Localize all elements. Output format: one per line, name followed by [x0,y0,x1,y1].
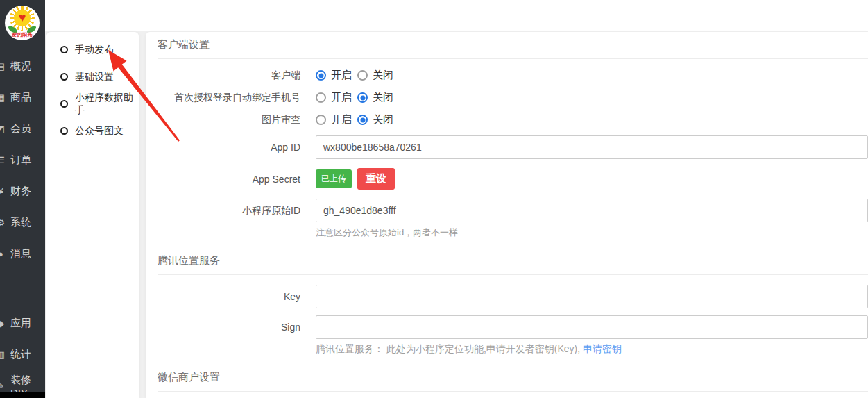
submenu-item-label: 公众号图文 [75,125,124,138]
sidebar-item-label: 订单 [10,154,31,167]
radio-selected-icon[interactable] [316,70,326,81]
system-icon: ⚙ [0,217,6,228]
members-icon: ◩ [0,124,6,134]
sidebar-item-label: 财务 [10,185,31,198]
radio-option-on[interactable]: 开启 [316,91,352,104]
sidebar-item-apps[interactable]: ◆ 应用 [0,308,45,339]
sidebar-bottom-strip [0,392,45,398]
brand-name: 爱的阳光 [5,31,40,38]
sidebar-item-label: 会员 [10,122,31,135]
sidebar-item-label: 应用 [10,317,31,330]
sidebar-nav: ▤ 概况 ▦ 商品 ◩ 会员 ☰ 订单 ¥ 财务 ⚙ 系统 ● 消息 ◆ [0,51,45,398]
main-sidebar: 爱的阳光 ▤ 概况 ▦ 商品 ◩ 会员 ☰ 订单 ¥ 财务 ⚙ 系统 ● 消息 [0,0,45,398]
field-label: Key [146,291,300,302]
form-row-image-review: 图片审查 开启 关闭 [146,113,868,126]
submenu-item-basic-settings[interactable]: 基础设置 [46,63,139,90]
field-label: App Secret [146,174,300,185]
sidebar-item-stats[interactable]: ▥ 统计 [0,339,45,370]
radio-group-image-review: 开启 关闭 [316,113,868,126]
radio-option-on[interactable]: 开启 [316,69,352,82]
field-label: Sign [146,315,300,333]
submenu-item-label: 基础设置 [75,71,114,83]
sidebar-item-system[interactable]: ⚙ 系统 [0,207,45,238]
section-title-client-settings: 客户端设置 [158,32,868,59]
sign-input[interactable] [316,315,868,339]
radio-group-first-auth: 开启 关闭 [316,91,868,104]
circle-icon [60,46,68,53]
form-row-app-id: App ID [146,135,868,159]
circle-icon [60,127,68,135]
app-id-input[interactable] [316,135,868,159]
field-label: 图片审查 [146,114,300,126]
submenu-item-manual-publish[interactable]: 手动发布 [46,36,139,63]
submenu-item-miniprogram-data-assistant[interactable]: 小程序数据助手 [46,90,139,117]
original-id-note: 注意区分公众号原始id，两者不一样 [316,226,868,239]
settings-content: 客户端设置 客户端 开启 关闭 首次授权登录自动绑定手机号 开启 [146,32,868,398]
radio-unselected-icon[interactable] [316,92,326,103]
decorate-icon: ✎ [0,381,6,391]
submenu-item-label: 手动发布 [75,44,114,56]
submenu-item-label: 小程序数据助手 [75,92,139,117]
uploaded-badge-button[interactable]: 已上传 [316,169,352,188]
sidebar-item-label: 统计 [10,348,31,361]
radio-unselected-icon[interactable] [316,115,326,125]
radio-option-label: 关闭 [373,113,393,126]
section-title-location-service: 腾讯位置服务 [158,248,868,275]
field-label: 客户端 [146,69,300,82]
messages-icon: ● [0,249,6,259]
form-row-sign: Sign 腾讯位置服务： 此处为小程序定位功能,申请开发者密钥(Key), 申请… [146,315,868,356]
top-bar [45,0,868,31]
app-id-control [316,135,868,159]
form-row-client: 客户端 开启 关闭 [146,69,868,82]
form-row-original-id: 小程序原始ID 注意区分公众号原始id，两者不一样 [146,199,868,239]
form-row-first-auth-bind-phone: 首次授权登录自动绑定手机号 开启 关闭 [146,91,868,104]
sidebar-item-finance[interactable]: ¥ 财务 [0,176,45,207]
radio-group-client: 开启 关闭 [316,69,868,82]
apply-key-link[interactable]: 申请密钥 [583,343,622,354]
section-title-merchant-settings: 微信商户设置 [158,365,868,392]
radio-selected-icon[interactable] [357,115,368,125]
circle-icon [60,100,68,108]
sidebar-item-members[interactable]: ◩ 会员 [0,113,45,144]
sidebar-item-goods[interactable]: ▦ 商品 [0,82,45,113]
radio-selected-icon[interactable] [357,92,368,103]
sidebar-item-overview[interactable]: ▤ 概况 [0,51,45,82]
submenu-item-official-account-articles[interactable]: 公众号图文 [46,117,139,144]
sidebar-item-label: 商品 [10,91,31,104]
form-row-key: Key [146,285,868,308]
sidebar-item-label: 系统 [10,216,31,229]
help-text: 腾讯位置服务： 此处为小程序定位功能,申请开发者密钥(Key), [316,343,583,354]
radio-option-off[interactable]: 关闭 [357,69,393,82]
radio-unselected-icon[interactable] [357,70,368,81]
key-control [316,285,868,308]
radio-option-label: 开启 [331,91,352,104]
original-id-input[interactable] [316,199,868,222]
field-label: 小程序原始ID [146,199,300,217]
finance-icon: ¥ [0,186,6,197]
stats-icon: ▥ [0,349,6,360]
radio-option-label: 关闭 [373,69,393,82]
sidebar-item-label: 消息 [10,247,31,260]
radio-option-off[interactable]: 关闭 [357,113,393,126]
sign-control: 腾讯位置服务： 此处为小程序定位功能,申请开发者密钥(Key), 申请密钥 [316,315,868,356]
field-label: App ID [146,142,300,153]
field-label: 首次授权登录自动绑定手机号 [146,92,300,104]
sidebar-item-label: 概况 [10,60,31,73]
location-service-help: 腾讯位置服务： 此处为小程序定位功能,申请开发者密钥(Key), 申请密钥 [316,343,868,356]
app-secret-control: 已上传 重设 [316,168,868,190]
sidebar-spacer [0,270,45,308]
radio-option-on[interactable]: 开启 [316,113,352,126]
reset-button[interactable]: 重设 [357,168,395,190]
key-input[interactable] [316,285,868,308]
goods-icon: ▦ [0,92,6,103]
settings-submenu: 手动发布 基础设置 小程序数据助手 公众号图文 [46,32,139,398]
sidebar-item-orders[interactable]: ☰ 订单 [0,144,45,176]
location-service-form: Key Sign 腾讯位置服务： 此处为小程序定位功能,申请开发者密钥(Key)… [146,275,868,356]
radio-option-off[interactable]: 关闭 [357,91,393,104]
apps-icon: ◆ [0,318,6,329]
brand-logo[interactable]: 爱的阳光 [5,6,40,40]
heart-icon [19,11,26,24]
radio-option-label: 开启 [331,113,352,126]
radio-option-label: 关闭 [373,91,393,104]
sidebar-item-messages[interactable]: ● 消息 [0,238,45,270]
